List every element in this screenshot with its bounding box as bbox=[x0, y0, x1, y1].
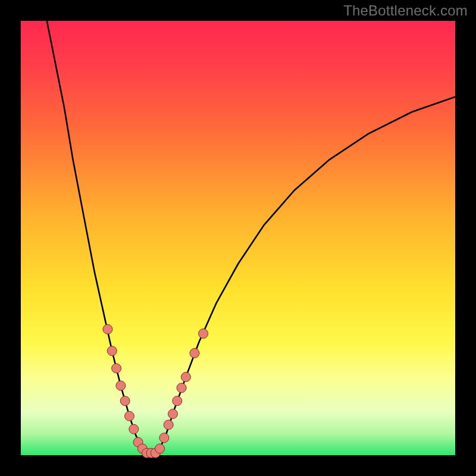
data-dot bbox=[190, 349, 199, 358]
data-dot bbox=[116, 381, 126, 390]
data-dot bbox=[112, 364, 121, 373]
data-dot bbox=[168, 409, 178, 419]
chart-frame: TheBottleneck.com bbox=[0, 0, 476, 476]
watermark-text: TheBottleneck.com bbox=[343, 2, 468, 19]
data-dot bbox=[155, 444, 165, 453]
data-dot bbox=[173, 396, 182, 406]
data-dot bbox=[181, 372, 190, 382]
plot-area bbox=[21, 21, 455, 455]
data-dot bbox=[120, 396, 130, 406]
data-dot bbox=[159, 433, 169, 443]
data-dots bbox=[103, 324, 208, 458]
data-dot bbox=[125, 411, 134, 421]
data-dot bbox=[164, 420, 173, 430]
bottleneck-curve bbox=[47, 21, 455, 453]
data-dot bbox=[103, 324, 112, 334]
data-dot bbox=[129, 424, 139, 434]
chart-svg bbox=[21, 21, 455, 455]
data-dot bbox=[199, 329, 208, 339]
data-dot bbox=[107, 346, 117, 356]
data-dot bbox=[177, 383, 186, 393]
